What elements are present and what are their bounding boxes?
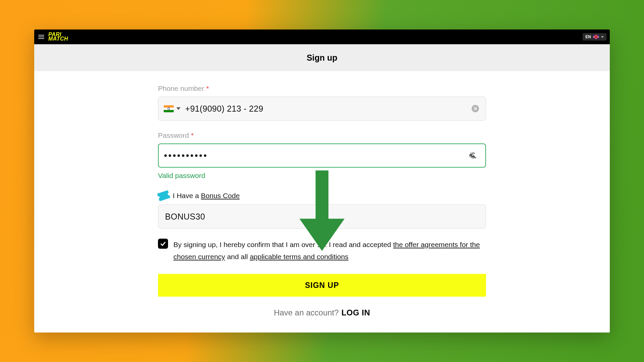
login-prompt-text: Have an account?: [274, 308, 338, 317]
bonus-code-toggle[interactable]: I Have a Bonus Code: [158, 192, 486, 200]
top-bar-left: PARI MATCH: [38, 33, 68, 41]
bonus-prefix-text: I Have a: [173, 192, 201, 199]
flag-uk-icon: [593, 35, 599, 39]
phone-label-text: Phone number: [158, 84, 204, 92]
terms-conditions-link[interactable]: applicable terms and conditions: [250, 253, 348, 260]
bonus-code-link[interactable]: Bonus Code: [201, 192, 240, 199]
toggle-visibility-icon[interactable]: [468, 150, 479, 161]
signup-form: Phone number* +91(9090) 213 - 229 Passwo…: [158, 84, 486, 333]
terms-row: By signing up, I hereby confirm that I a…: [158, 239, 486, 262]
logo-line-2: MATCH: [48, 37, 68, 41]
required-asterisk: *: [191, 131, 194, 139]
terms-mid: and all: [225, 253, 250, 260]
form-area: Phone number* +91(9090) 213 - 229 Passwo…: [34, 71, 610, 333]
top-bar: PARI MATCH EN: [34, 29, 610, 44]
signup-button[interactable]: SIGN UP: [158, 274, 486, 297]
chevron-down-icon: [601, 36, 604, 38]
chevron-down-icon: [176, 107, 180, 110]
language-code: EN: [585, 35, 591, 39]
country-code-selector[interactable]: [164, 105, 180, 112]
terms-prefix: By signing up, I hereby confirm that I a…: [173, 241, 393, 248]
login-row: Have an account? LOG IN: [158, 308, 486, 317]
ticket-icon: [157, 190, 170, 201]
phone-input-row[interactable]: +91(9090) 213 - 229: [158, 97, 486, 121]
phone-label: Phone number*: [158, 84, 486, 93]
bonus-code-value: BONUS30: [165, 212, 205, 222]
page-title: Sign up: [34, 44, 610, 71]
language-selector[interactable]: EN: [583, 33, 606, 41]
password-label: Password*: [158, 131, 486, 139]
page-title-text: Sign up: [307, 53, 337, 63]
menu-icon[interactable]: [38, 35, 44, 39]
terms-text: By signing up, I hereby confirm that I a…: [173, 239, 486, 262]
password-label-text: Password: [158, 131, 189, 139]
clear-input-icon[interactable]: [472, 105, 479, 112]
signup-button-label: SIGN UP: [305, 281, 339, 290]
login-link[interactable]: LOG IN: [341, 308, 370, 317]
brand-logo[interactable]: PARI MATCH: [48, 33, 68, 41]
password-input-row[interactable]: ••••••••••: [158, 143, 486, 168]
password-valid-msg: Valid password: [158, 172, 486, 180]
password-input[interactable]: ••••••••••: [164, 150, 468, 161]
required-asterisk: *: [206, 84, 209, 92]
bonus-code-input[interactable]: BONUS30: [158, 204, 486, 229]
phone-input[interactable]: +91(9090) 213 - 229: [185, 104, 472, 114]
app-window: PARI MATCH EN Sign up Phone number* +91(…: [34, 29, 610, 333]
flag-india-icon: [164, 105, 174, 112]
terms-checkbox[interactable]: [158, 239, 168, 249]
